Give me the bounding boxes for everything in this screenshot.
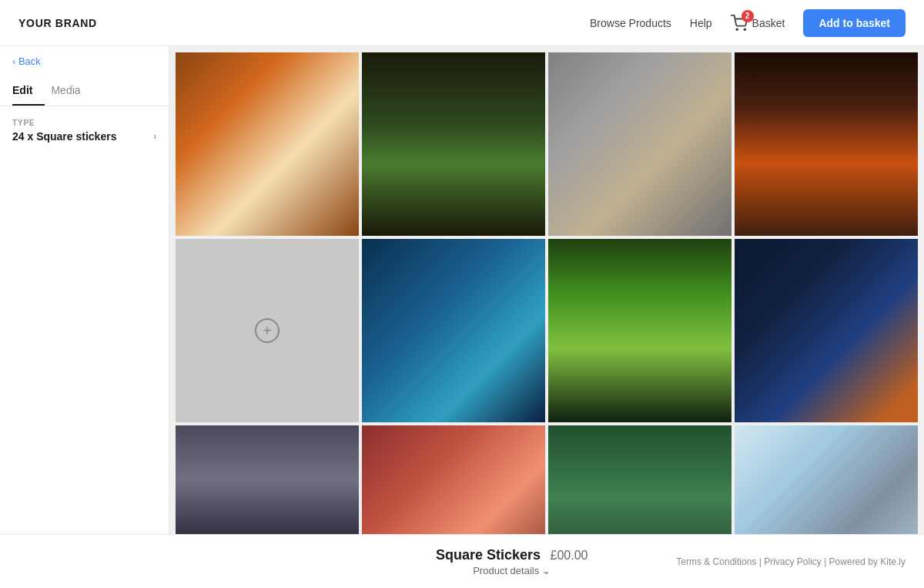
- chevron-right-icon: ›: [153, 131, 156, 142]
- photo-image-12: [735, 425, 918, 534]
- type-value-row[interactable]: 24 x Square stickers ›: [12, 130, 156, 143]
- photo-cell-11[interactable]: [548, 425, 732, 534]
- browse-products-link[interactable]: Browse Products: [590, 17, 671, 29]
- photo-cell-6[interactable]: [362, 239, 545, 422]
- sidebar-tabs: Edit Media: [0, 76, 169, 106]
- footer: Square Stickers £00.00 Product details ⌄…: [0, 534, 924, 588]
- photo-image-7: [548, 239, 732, 422]
- photo-image-4: [735, 52, 918, 236]
- photo-image-8: [735, 239, 918, 422]
- photo-cell-3[interactable]: [548, 52, 732, 236]
- photo-grid: +: [176, 52, 918, 534]
- main-layout: ‹ Back Edit Media TYPE 24 x Square stick…: [0, 46, 924, 534]
- main-content: +: [169, 46, 924, 534]
- product-title: Square Stickers: [436, 547, 541, 563]
- add-to-basket-button[interactable]: Add to basket: [803, 9, 906, 37]
- photo-image-9: [176, 425, 359, 534]
- sidebar-content: TYPE 24 x Square stickers ›: [0, 106, 169, 155]
- photo-cell-10[interactable]: [362, 425, 545, 534]
- photo-image-6: [362, 239, 545, 422]
- product-price: £00.00: [551, 549, 588, 562]
- powered-by: Powered by Kite.ly: [829, 556, 906, 567]
- photo-cell-9[interactable]: [176, 425, 359, 534]
- chevron-down-icon: ⌄: [542, 565, 551, 576]
- footer-center: Square Stickers £00.00 Product details ⌄: [347, 547, 676, 576]
- photo-image-2: [362, 52, 545, 236]
- brand-name: YOUR BRAND: [18, 17, 97, 29]
- photo-cell-empty[interactable]: +: [176, 239, 359, 422]
- add-photo-icon: +: [255, 318, 280, 343]
- type-label: TYPE: [12, 119, 156, 127]
- footer-links: Terms & Conditions | Privacy Policy | Po…: [676, 556, 906, 567]
- photo-image-3: [548, 52, 732, 236]
- header-nav: Browse Products Help 2 Basket Add to bas…: [590, 9, 906, 37]
- photo-cell-4[interactable]: [735, 52, 918, 236]
- basket-button[interactable]: 2 Basket: [731, 15, 785, 32]
- basket-count-badge: 2: [742, 10, 754, 22]
- terms-link[interactable]: Terms & Conditions: [676, 556, 756, 567]
- product-title-row: Square Stickers £00.00: [347, 547, 676, 563]
- photo-image-10: [362, 425, 545, 534]
- tab-edit[interactable]: Edit: [12, 76, 45, 106]
- product-details-text: Product details: [473, 565, 539, 576]
- back-link[interactable]: ‹ Back: [0, 46, 169, 76]
- photo-cell-7[interactable]: [548, 239, 732, 422]
- tab-media[interactable]: Media: [51, 76, 92, 106]
- basket-label: Basket: [752, 17, 785, 29]
- photo-cell-1[interactable]: [176, 52, 359, 236]
- photo-cell-12[interactable]: [735, 425, 918, 534]
- photo-cell-2[interactable]: [362, 52, 545, 236]
- privacy-link[interactable]: Privacy Policy: [764, 556, 822, 567]
- sidebar: ‹ Back Edit Media TYPE 24 x Square stick…: [0, 46, 169, 534]
- photo-image-1: [176, 52, 359, 236]
- photo-cell-8[interactable]: [735, 239, 918, 422]
- svg-point-1: [744, 29, 745, 30]
- header: YOUR BRAND Browse Products Help 2 Basket…: [0, 0, 924, 46]
- type-value-text: 24 x Square stickers: [12, 130, 116, 143]
- basket-icon-wrap: 2: [731, 15, 748, 32]
- product-details-link[interactable]: Product details ⌄: [347, 565, 676, 576]
- svg-point-0: [736, 29, 738, 30]
- photo-image-11: [548, 425, 732, 534]
- help-link[interactable]: Help: [690, 17, 712, 29]
